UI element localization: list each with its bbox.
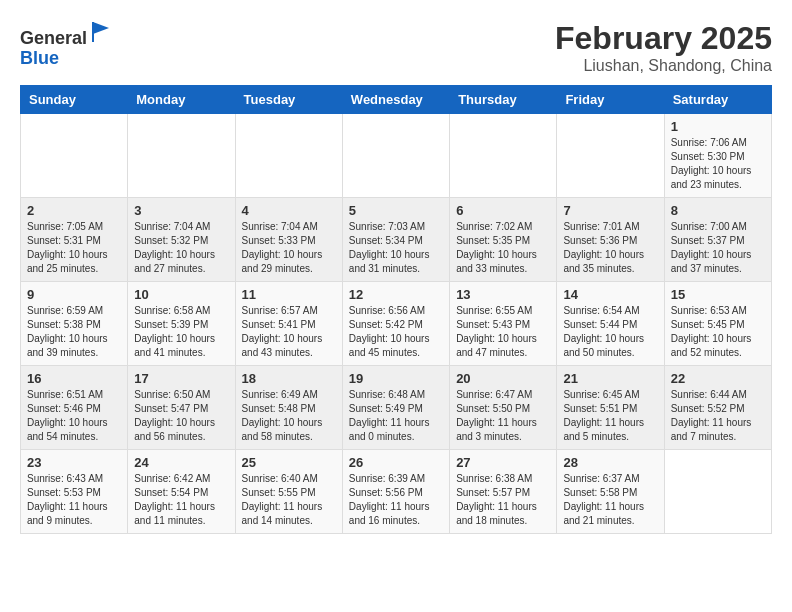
- calendar-cell: [557, 114, 664, 198]
- calendar-cell: 20Sunrise: 6:47 AM Sunset: 5:50 PM Dayli…: [450, 366, 557, 450]
- day-info: Sunrise: 6:54 AM Sunset: 5:44 PM Dayligh…: [563, 304, 657, 360]
- calendar-day-header: Saturday: [664, 86, 771, 114]
- main-title: February 2025: [555, 20, 772, 57]
- day-info: Sunrise: 6:49 AM Sunset: 5:48 PM Dayligh…: [242, 388, 336, 444]
- day-number: 16: [27, 371, 121, 386]
- calendar-cell: 15Sunrise: 6:53 AM Sunset: 5:45 PM Dayli…: [664, 282, 771, 366]
- calendar-week-row: 2Sunrise: 7:05 AM Sunset: 5:31 PM Daylig…: [21, 198, 772, 282]
- calendar-week-row: 1Sunrise: 7:06 AM Sunset: 5:30 PM Daylig…: [21, 114, 772, 198]
- calendar-cell: 17Sunrise: 6:50 AM Sunset: 5:47 PM Dayli…: [128, 366, 235, 450]
- calendar-cell: 14Sunrise: 6:54 AM Sunset: 5:44 PM Dayli…: [557, 282, 664, 366]
- calendar-cell: [664, 450, 771, 534]
- calendar-cell: [235, 114, 342, 198]
- calendar-day-header: Monday: [128, 86, 235, 114]
- day-info: Sunrise: 7:00 AM Sunset: 5:37 PM Dayligh…: [671, 220, 765, 276]
- calendar-cell: 5Sunrise: 7:03 AM Sunset: 5:34 PM Daylig…: [342, 198, 449, 282]
- calendar-cell: 3Sunrise: 7:04 AM Sunset: 5:32 PM Daylig…: [128, 198, 235, 282]
- day-info: Sunrise: 7:05 AM Sunset: 5:31 PM Dayligh…: [27, 220, 121, 276]
- day-number: 2: [27, 203, 121, 218]
- calendar-day-header: Wednesday: [342, 86, 449, 114]
- day-info: Sunrise: 7:02 AM Sunset: 5:35 PM Dayligh…: [456, 220, 550, 276]
- day-number: 22: [671, 371, 765, 386]
- day-number: 14: [563, 287, 657, 302]
- calendar-cell: [128, 114, 235, 198]
- day-number: 6: [456, 203, 550, 218]
- day-number: 21: [563, 371, 657, 386]
- day-number: 3: [134, 203, 228, 218]
- day-info: Sunrise: 6:43 AM Sunset: 5:53 PM Dayligh…: [27, 472, 121, 528]
- day-info: Sunrise: 6:44 AM Sunset: 5:52 PM Dayligh…: [671, 388, 765, 444]
- day-info: Sunrise: 7:04 AM Sunset: 5:32 PM Dayligh…: [134, 220, 228, 276]
- day-number: 15: [671, 287, 765, 302]
- logo: General Blue: [20, 20, 113, 69]
- calendar-week-row: 16Sunrise: 6:51 AM Sunset: 5:46 PM Dayli…: [21, 366, 772, 450]
- day-number: 11: [242, 287, 336, 302]
- day-number: 10: [134, 287, 228, 302]
- svg-marker-0: [93, 22, 109, 34]
- day-number: 8: [671, 203, 765, 218]
- calendar-cell: 9Sunrise: 6:59 AM Sunset: 5:38 PM Daylig…: [21, 282, 128, 366]
- day-number: 20: [456, 371, 550, 386]
- calendar-cell: 25Sunrise: 6:40 AM Sunset: 5:55 PM Dayli…: [235, 450, 342, 534]
- logo-blue: Blue: [20, 48, 59, 68]
- day-info: Sunrise: 6:42 AM Sunset: 5:54 PM Dayligh…: [134, 472, 228, 528]
- calendar-cell: 4Sunrise: 7:04 AM Sunset: 5:33 PM Daylig…: [235, 198, 342, 282]
- day-info: Sunrise: 7:04 AM Sunset: 5:33 PM Dayligh…: [242, 220, 336, 276]
- calendar-cell: 23Sunrise: 6:43 AM Sunset: 5:53 PM Dayli…: [21, 450, 128, 534]
- day-number: 17: [134, 371, 228, 386]
- calendar-week-row: 23Sunrise: 6:43 AM Sunset: 5:53 PM Dayli…: [21, 450, 772, 534]
- day-info: Sunrise: 6:50 AM Sunset: 5:47 PM Dayligh…: [134, 388, 228, 444]
- calendar-cell: 18Sunrise: 6:49 AM Sunset: 5:48 PM Dayli…: [235, 366, 342, 450]
- calendar-header-row: SundayMondayTuesdayWednesdayThursdayFrid…: [21, 86, 772, 114]
- calendar-cell: 19Sunrise: 6:48 AM Sunset: 5:49 PM Dayli…: [342, 366, 449, 450]
- logo-flag-icon: [89, 20, 113, 44]
- calendar-cell: 6Sunrise: 7:02 AM Sunset: 5:35 PM Daylig…: [450, 198, 557, 282]
- day-info: Sunrise: 6:45 AM Sunset: 5:51 PM Dayligh…: [563, 388, 657, 444]
- calendar-table: SundayMondayTuesdayWednesdayThursdayFrid…: [20, 85, 772, 534]
- calendar-cell: 1Sunrise: 7:06 AM Sunset: 5:30 PM Daylig…: [664, 114, 771, 198]
- day-number: 28: [563, 455, 657, 470]
- day-info: Sunrise: 6:48 AM Sunset: 5:49 PM Dayligh…: [349, 388, 443, 444]
- day-number: 7: [563, 203, 657, 218]
- day-info: Sunrise: 6:51 AM Sunset: 5:46 PM Dayligh…: [27, 388, 121, 444]
- day-info: Sunrise: 6:53 AM Sunset: 5:45 PM Dayligh…: [671, 304, 765, 360]
- calendar-week-row: 9Sunrise: 6:59 AM Sunset: 5:38 PM Daylig…: [21, 282, 772, 366]
- day-number: 13: [456, 287, 550, 302]
- day-number: 9: [27, 287, 121, 302]
- calendar-cell: 10Sunrise: 6:58 AM Sunset: 5:39 PM Dayli…: [128, 282, 235, 366]
- calendar-cell: [342, 114, 449, 198]
- day-info: Sunrise: 6:59 AM Sunset: 5:38 PM Dayligh…: [27, 304, 121, 360]
- calendar-cell: 24Sunrise: 6:42 AM Sunset: 5:54 PM Dayli…: [128, 450, 235, 534]
- day-number: 1: [671, 119, 765, 134]
- day-number: 24: [134, 455, 228, 470]
- day-number: 19: [349, 371, 443, 386]
- calendar-day-header: Sunday: [21, 86, 128, 114]
- day-info: Sunrise: 6:39 AM Sunset: 5:56 PM Dayligh…: [349, 472, 443, 528]
- calendar-cell: 26Sunrise: 6:39 AM Sunset: 5:56 PM Dayli…: [342, 450, 449, 534]
- calendar-cell: 16Sunrise: 6:51 AM Sunset: 5:46 PM Dayli…: [21, 366, 128, 450]
- calendar-day-header: Friday: [557, 86, 664, 114]
- calendar-day-header: Tuesday: [235, 86, 342, 114]
- day-number: 4: [242, 203, 336, 218]
- calendar-cell: 27Sunrise: 6:38 AM Sunset: 5:57 PM Dayli…: [450, 450, 557, 534]
- day-info: Sunrise: 6:38 AM Sunset: 5:57 PM Dayligh…: [456, 472, 550, 528]
- calendar-cell: 2Sunrise: 7:05 AM Sunset: 5:31 PM Daylig…: [21, 198, 128, 282]
- calendar-cell: 11Sunrise: 6:57 AM Sunset: 5:41 PM Dayli…: [235, 282, 342, 366]
- calendar-cell: 22Sunrise: 6:44 AM Sunset: 5:52 PM Dayli…: [664, 366, 771, 450]
- title-block: February 2025 Liushan, Shandong, China: [555, 20, 772, 75]
- day-number: 25: [242, 455, 336, 470]
- day-info: Sunrise: 7:03 AM Sunset: 5:34 PM Dayligh…: [349, 220, 443, 276]
- day-info: Sunrise: 6:37 AM Sunset: 5:58 PM Dayligh…: [563, 472, 657, 528]
- calendar-day-header: Thursday: [450, 86, 557, 114]
- calendar-cell: 7Sunrise: 7:01 AM Sunset: 5:36 PM Daylig…: [557, 198, 664, 282]
- calendar-cell: [450, 114, 557, 198]
- calendar-cell: 8Sunrise: 7:00 AM Sunset: 5:37 PM Daylig…: [664, 198, 771, 282]
- day-number: 23: [27, 455, 121, 470]
- day-info: Sunrise: 6:57 AM Sunset: 5:41 PM Dayligh…: [242, 304, 336, 360]
- subtitle: Liushan, Shandong, China: [555, 57, 772, 75]
- day-number: 27: [456, 455, 550, 470]
- calendar-cell: 28Sunrise: 6:37 AM Sunset: 5:58 PM Dayli…: [557, 450, 664, 534]
- logo-general: General: [20, 28, 87, 48]
- calendar-cell: 12Sunrise: 6:56 AM Sunset: 5:42 PM Dayli…: [342, 282, 449, 366]
- day-info: Sunrise: 7:01 AM Sunset: 5:36 PM Dayligh…: [563, 220, 657, 276]
